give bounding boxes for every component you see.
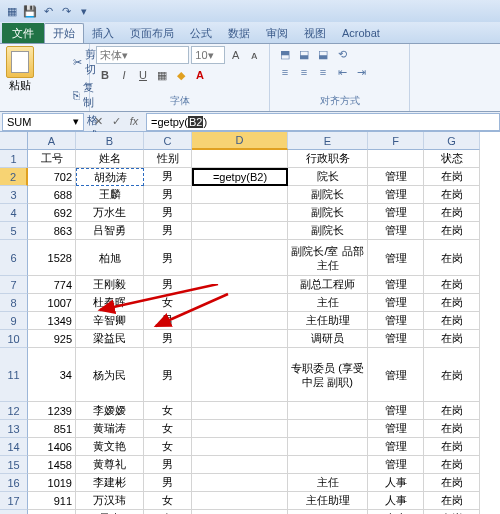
cell-B8[interactable]: 杜春晖	[76, 294, 144, 312]
cell-C11[interactable]: 男	[144, 348, 192, 402]
italic-button[interactable]: I	[115, 66, 133, 84]
cell-G17[interactable]: 在岗	[424, 492, 480, 510]
cell-B18[interactable]: 暴爽	[76, 510, 144, 514]
cell-D5[interactable]	[192, 222, 288, 240]
cell-A3[interactable]: 688	[28, 186, 76, 204]
cell-E16[interactable]: 主任	[288, 474, 368, 492]
cell-D14[interactable]	[192, 438, 288, 456]
row-header-11[interactable]: 11	[0, 348, 28, 402]
cell-E10[interactable]: 调研员	[288, 330, 368, 348]
row-header-6[interactable]: 6	[0, 240, 28, 276]
cell-D1[interactable]	[192, 150, 288, 168]
row-header-14[interactable]: 14	[0, 438, 28, 456]
cancel-icon[interactable]: ✕	[90, 115, 106, 128]
cell-G15[interactable]: 在岗	[424, 456, 480, 474]
row-header-7[interactable]: 7	[0, 276, 28, 294]
cell-A18[interactable]: 1350	[28, 510, 76, 514]
cell-F16[interactable]: 人事	[368, 474, 424, 492]
cell-C5[interactable]: 男	[144, 222, 192, 240]
cell-C15[interactable]: 男	[144, 456, 192, 474]
row-header-13[interactable]: 13	[0, 420, 28, 438]
col-header-F[interactable]: F	[368, 132, 424, 150]
align-right-icon[interactable]: ≡	[314, 64, 332, 80]
cell-C16[interactable]: 男	[144, 474, 192, 492]
cell-E12[interactable]	[288, 402, 368, 420]
col-header-G[interactable]: G	[424, 132, 480, 150]
cell-F3[interactable]: 管理	[368, 186, 424, 204]
cell-G6[interactable]: 在岗	[424, 240, 480, 276]
cell-F6[interactable]: 管理	[368, 240, 424, 276]
cell-A10[interactable]: 925	[28, 330, 76, 348]
cell-A6[interactable]: 1528	[28, 240, 76, 276]
cell-F9[interactable]: 管理	[368, 312, 424, 330]
fill-color-button[interactable]: ◆	[172, 66, 190, 84]
cell-A5[interactable]: 863	[28, 222, 76, 240]
underline-button[interactable]: U	[134, 66, 152, 84]
cell-C2[interactable]: 男	[144, 168, 192, 186]
cell-D3[interactable]	[192, 186, 288, 204]
col-header-D[interactable]: D	[192, 132, 288, 150]
cell-F18[interactable]: 人事	[368, 510, 424, 514]
tab-review[interactable]: 审阅	[258, 23, 296, 43]
name-box[interactable]: SUM▾	[2, 113, 84, 131]
align-center-icon[interactable]: ≡	[295, 64, 313, 80]
cell-D11[interactable]	[192, 348, 288, 402]
cell-A15[interactable]: 1458	[28, 456, 76, 474]
cell-F2[interactable]: 管理	[368, 168, 424, 186]
cell-E3[interactable]: 副院长	[288, 186, 368, 204]
tab-home[interactable]: 开始	[44, 23, 84, 43]
tab-view[interactable]: 视图	[296, 23, 334, 43]
row-header-1[interactable]: 1	[0, 150, 28, 168]
align-bottom-icon[interactable]: ⬓	[314, 46, 332, 62]
cell-E1[interactable]: 行政职务	[288, 150, 368, 168]
cell-A13[interactable]: 851	[28, 420, 76, 438]
tab-file[interactable]: 文件	[2, 23, 44, 43]
tab-acrobat[interactable]: Acrobat	[334, 23, 388, 43]
cell-F13[interactable]: 管理	[368, 420, 424, 438]
cell-D13[interactable]	[192, 420, 288, 438]
redo-icon[interactable]: ↷	[58, 3, 74, 19]
align-top-icon[interactable]: ⬒	[276, 46, 294, 62]
cell-D7[interactable]	[192, 276, 288, 294]
cell-A9[interactable]: 1349	[28, 312, 76, 330]
align-middle-icon[interactable]: ⬓	[295, 46, 313, 62]
cell-F11[interactable]: 管理	[368, 348, 424, 402]
cell-G12[interactable]: 在岗	[424, 402, 480, 420]
cell-A1[interactable]: 工号	[28, 150, 76, 168]
col-header-B[interactable]: B	[76, 132, 144, 150]
cell-D4[interactable]	[192, 204, 288, 222]
cell-A2[interactable]: 702	[28, 168, 76, 186]
cell-B1[interactable]: 姓名	[76, 150, 144, 168]
cell-G10[interactable]: 在岗	[424, 330, 480, 348]
indent-decrease-icon[interactable]: ⇤	[333, 64, 351, 80]
cell-E15[interactable]	[288, 456, 368, 474]
cell-E9[interactable]: 主任助理	[288, 312, 368, 330]
bold-button[interactable]: B	[96, 66, 114, 84]
cell-G7[interactable]: 在岗	[424, 276, 480, 294]
cell-B3[interactable]: 王麟	[76, 186, 144, 204]
cell-G3[interactable]: 在岗	[424, 186, 480, 204]
tab-insert[interactable]: 插入	[84, 23, 122, 43]
cell-G14[interactable]: 在岗	[424, 438, 480, 456]
cell-D8[interactable]	[192, 294, 288, 312]
cell-G2[interactable]: 在岗	[424, 168, 480, 186]
cell-F7[interactable]: 管理	[368, 276, 424, 294]
cell-G8[interactable]: 在岗	[424, 294, 480, 312]
cell-D2[interactable]: =getpy(B2)	[192, 168, 288, 186]
cell-G1[interactable]: 状态	[424, 150, 480, 168]
decrease-font-icon[interactable]: ᴀ	[246, 46, 263, 64]
cell-F8[interactable]: 管理	[368, 294, 424, 312]
chevron-down-icon[interactable]: ▾	[73, 115, 79, 128]
cell-B17[interactable]: 万汉玮	[76, 492, 144, 510]
cell-E11[interactable]: 专职委员 (享受中层 副职)	[288, 348, 368, 402]
select-all-corner[interactable]	[0, 132, 28, 150]
align-left-icon[interactable]: ≡	[276, 64, 294, 80]
cell-A14[interactable]: 1406	[28, 438, 76, 456]
col-header-A[interactable]: A	[28, 132, 76, 150]
cell-B14[interactable]: 黄文艳	[76, 438, 144, 456]
cell-F5[interactable]: 管理	[368, 222, 424, 240]
row-header-5[interactable]: 5	[0, 222, 28, 240]
tab-layout[interactable]: 页面布局	[122, 23, 182, 43]
cell-G18[interactable]: 在岗	[424, 510, 480, 514]
cell-D18[interactable]	[192, 510, 288, 514]
